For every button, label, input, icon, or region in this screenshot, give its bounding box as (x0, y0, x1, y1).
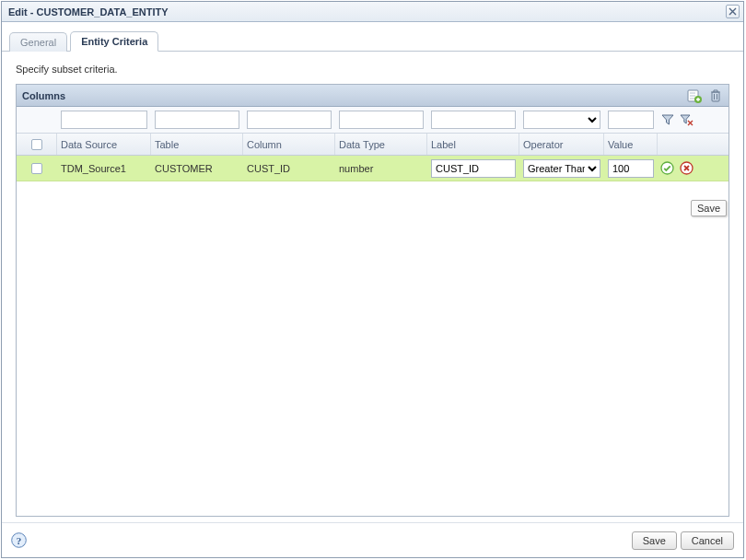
intro-text: Specify subset criteria. (16, 64, 729, 75)
svg-text:?: ? (17, 534, 22, 545)
filter-data-source[interactable] (61, 111, 147, 129)
filter-column[interactable] (247, 111, 332, 129)
filter-row (17, 107, 729, 134)
cell-value-input[interactable] (608, 159, 654, 178)
save-button[interactable]: Save (632, 531, 677, 550)
hdr-column[interactable]: Column (243, 134, 335, 155)
cell-label-input[interactable] (431, 159, 516, 178)
titlebar: Edit - CUSTOMER_DATA_ENTITY (2, 2, 743, 22)
filter-label[interactable] (431, 111, 516, 129)
cancel-button[interactable]: Cancel (681, 531, 734, 550)
filter-data-type[interactable] (339, 111, 424, 129)
cell-data-type: number (335, 163, 427, 174)
svg-rect-5 (712, 92, 719, 101)
filter-value[interactable] (608, 111, 654, 129)
hdr-label[interactable]: Label (427, 134, 519, 155)
filter-table[interactable] (155, 111, 239, 129)
cell-column: CUST_ID (243, 163, 335, 174)
tab-entity-criteria[interactable]: Entity Criteria (70, 31, 158, 52)
panel-title: Columns (22, 90, 686, 101)
help-icon[interactable]: ? (11, 532, 28, 549)
table-header: Data Source Table Column Data Type Label… (17, 134, 729, 156)
add-column-icon[interactable] (686, 88, 702, 103)
panel-header-actions (686, 88, 723, 103)
hdr-value[interactable]: Value (604, 134, 658, 155)
tab-body: Specify subset criteria. Columns (2, 52, 743, 522)
row-checkbox[interactable] (31, 163, 42, 174)
hdr-operator[interactable]: Operator (519, 134, 604, 155)
columns-panel: Columns (16, 84, 729, 517)
row-cancel-icon[interactable] (679, 160, 694, 176)
tabstrip: General Entity Criteria (2, 22, 743, 52)
edit-dialog: Edit - CUSTOMER_DATA_ENTITY General Enti… (1, 1, 744, 558)
tab-general[interactable]: General (9, 32, 67, 52)
apply-filter-icon[interactable] (659, 112, 675, 128)
save-tooltip: Save (691, 200, 727, 216)
dialog-title: Edit - CUSTOMER_DATA_ENTITY (6, 6, 726, 18)
hdr-data-source[interactable]: Data Source (57, 134, 151, 155)
filter-operator[interactable] (523, 111, 600, 129)
cell-operator-input[interactable]: Greater Than (523, 159, 600, 178)
cell-data-source: TDM_Source1 (57, 163, 151, 174)
table-body: TDM_Source1 CUSTOMER CUST_ID number Grea… (17, 156, 729, 516)
button-bar: ? Save Cancel (2, 522, 743, 557)
hdr-data-type[interactable]: Data Type (335, 134, 427, 155)
hdr-table[interactable]: Table (151, 134, 243, 155)
select-all-checkbox[interactable] (31, 139, 42, 150)
delete-icon[interactable] (707, 88, 723, 103)
panel-header: Columns (17, 85, 729, 107)
table-row[interactable]: TDM_Source1 CUSTOMER CUST_ID number Grea… (17, 156, 729, 181)
row-save-icon[interactable] (659, 160, 675, 176)
clear-filter-icon[interactable] (679, 112, 694, 128)
close-icon[interactable] (726, 5, 740, 18)
cell-table: CUSTOMER (151, 163, 243, 174)
